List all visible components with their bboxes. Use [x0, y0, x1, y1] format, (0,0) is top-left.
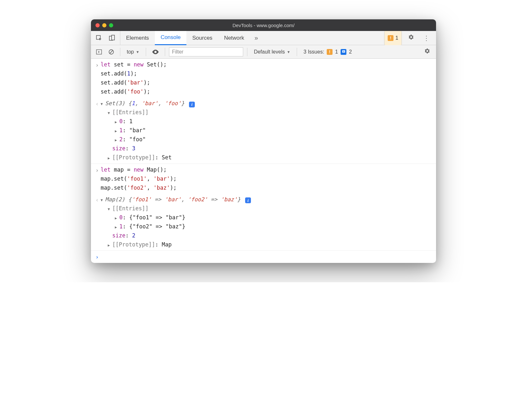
expand-toggle-icon[interactable]	[115, 135, 119, 144]
traffic-lights	[95, 23, 113, 27]
entry-key: 0	[119, 214, 123, 221]
object-tree: Set(3) {1, 'bar', 'foo'} i [[Entries]] 0…	[101, 99, 433, 162]
size-value: 2	[132, 232, 135, 239]
output-indicator-icon: ‹	[94, 195, 101, 205]
warnings-count: 1	[395, 35, 398, 41]
issues-info-count: 2	[349, 49, 352, 55]
code-block: let map = new Map(); map.set('foo1', 'ba…	[101, 165, 433, 192]
more-tabs-icon[interactable]: »	[250, 31, 263, 45]
prototype-key: [[Prototype]]	[112, 241, 155, 248]
entries-label: [[Entries]]	[112, 205, 149, 212]
entry-key: 1	[119, 223, 123, 230]
expand-toggle-icon[interactable]	[101, 195, 105, 204]
sidebar-toggle-icon[interactable]	[94, 48, 104, 56]
prototype-value: Set	[162, 154, 172, 161]
svg-rect-9	[343, 52, 344, 52]
output-indicator-icon: ‹	[94, 99, 101, 108]
input-prompt-icon: ›	[94, 60, 101, 70]
chevron-down-icon: ▼	[287, 50, 290, 54]
entry-value: "bar"	[129, 127, 146, 134]
tab-sources[interactable]: Sources	[186, 31, 218, 45]
devtools-window: DevTools - www.google.com/ Elements Cons…	[91, 19, 436, 263]
zoom-icon[interactable]	[109, 23, 113, 27]
svg-rect-2	[112, 35, 114, 40]
log-levels-selector[interactable]: Default levels ▼	[251, 48, 293, 55]
expand-toggle-icon[interactable]	[101, 99, 105, 108]
entry-key: 2	[119, 136, 123, 143]
console-input-row[interactable]: › let map = new Map(); map.set('foo1', '…	[91, 164, 436, 194]
info-icon	[341, 49, 346, 55]
expand-toggle-icon[interactable]	[115, 117, 119, 126]
settings-icon[interactable]	[405, 34, 417, 42]
warning-icon: !	[388, 35, 393, 41]
expand-toggle-icon[interactable]	[108, 204, 112, 213]
minimize-icon[interactable]	[102, 23, 106, 27]
svg-rect-7	[342, 50, 345, 53]
info-icon[interactable]: i	[189, 102, 195, 107]
device-toggle-icon[interactable]	[108, 35, 115, 42]
entry-value: {"foo1" => "bar"}	[129, 214, 185, 221]
more-menu-icon[interactable]: ⋮	[420, 34, 433, 42]
console-prompt-row[interactable]: ›	[91, 251, 436, 263]
size-key: size	[112, 232, 125, 239]
console-settings-icon[interactable]	[421, 48, 433, 56]
input-prompt-icon: ›	[94, 165, 101, 175]
close-icon[interactable]	[95, 23, 100, 27]
expand-toggle-icon[interactable]	[115, 213, 119, 222]
code-block: let set = new Set(); set.add(1); set.add…	[101, 60, 433, 96]
tab-elements[interactable]: Elements	[120, 31, 155, 45]
issues-counter[interactable]: 3 Issues: ! 1 2	[301, 48, 354, 55]
entry-key: 0	[119, 118, 123, 125]
expand-toggle-icon[interactable]	[115, 222, 119, 231]
entry-value: {"foo2" => "baz"}	[129, 223, 185, 230]
prototype-value: Map	[162, 241, 172, 248]
divider	[120, 48, 120, 56]
console-output-row[interactable]: ‹ Map(2) {'foo1' => 'bar', 'foo2' => 'ba…	[91, 194, 436, 251]
svg-line-5	[110, 50, 113, 54]
entry-value: 1	[129, 118, 133, 125]
console-output: › let set = new Set(); set.add(1); set.a…	[91, 59, 436, 263]
live-expression-icon[interactable]	[150, 48, 161, 56]
tab-console[interactable]: Console	[155, 31, 186, 45]
issues-warn-count: 1	[335, 49, 338, 55]
clear-console-icon[interactable]	[106, 48, 116, 56]
inspect-icon[interactable]	[95, 35, 103, 42]
issues-label: 3 Issues:	[303, 49, 324, 55]
object-tree: Map(2) {'foo1' => 'bar', 'foo2' => 'baz'…	[101, 195, 433, 249]
size-key: size	[112, 145, 125, 152]
console-input-row[interactable]: › let set = new Set(); set.add(1); set.a…	[91, 59, 436, 97]
svg-rect-8	[343, 51, 344, 51]
entries-label: [[Entries]]	[112, 109, 149, 115]
expand-toggle-icon[interactable]	[108, 108, 112, 117]
divider	[247, 48, 247, 56]
expand-toggle-icon[interactable]	[108, 153, 112, 162]
prompt-input[interactable]	[101, 252, 433, 261]
main-tabbar: Elements Console Sources Network » ! 1 ⋮	[91, 31, 436, 45]
console-toolbar: top ▼ Default levels ▼ 3 Issues: ! 1 2	[91, 45, 436, 59]
prototype-key: [[Prototype]]	[112, 154, 155, 161]
warning-icon: !	[327, 49, 333, 55]
context-selector[interactable]: top ▼	[124, 48, 142, 55]
divider	[146, 48, 146, 56]
warnings-badge[interactable]: ! 1	[384, 31, 402, 45]
console-output-row[interactable]: ‹ Set(3) {1, 'bar', 'foo'} i [[Entries]]…	[91, 97, 436, 164]
divider	[297, 48, 297, 56]
expand-toggle-icon[interactable]	[115, 126, 119, 135]
expand-toggle-icon[interactable]	[108, 240, 112, 249]
chevron-down-icon: ▼	[136, 50, 139, 54]
tab-list: Elements Console Sources Network »	[120, 31, 263, 45]
entry-value: "foo"	[129, 136, 146, 143]
context-label: top	[127, 49, 134, 55]
entry-key: 1	[119, 127, 123, 134]
window-title: DevTools - www.google.com/	[91, 23, 436, 28]
info-icon[interactable]: i	[245, 197, 251, 203]
filter-input[interactable]	[169, 47, 243, 56]
size-value: 3	[132, 145, 135, 152]
svg-point-6	[154, 51, 157, 53]
tab-network[interactable]: Network	[218, 31, 250, 45]
prompt-icon: ›	[94, 252, 101, 262]
divider	[165, 48, 165, 56]
levels-label: Default levels	[254, 49, 285, 55]
titlebar: DevTools - www.google.com/	[91, 19, 436, 31]
